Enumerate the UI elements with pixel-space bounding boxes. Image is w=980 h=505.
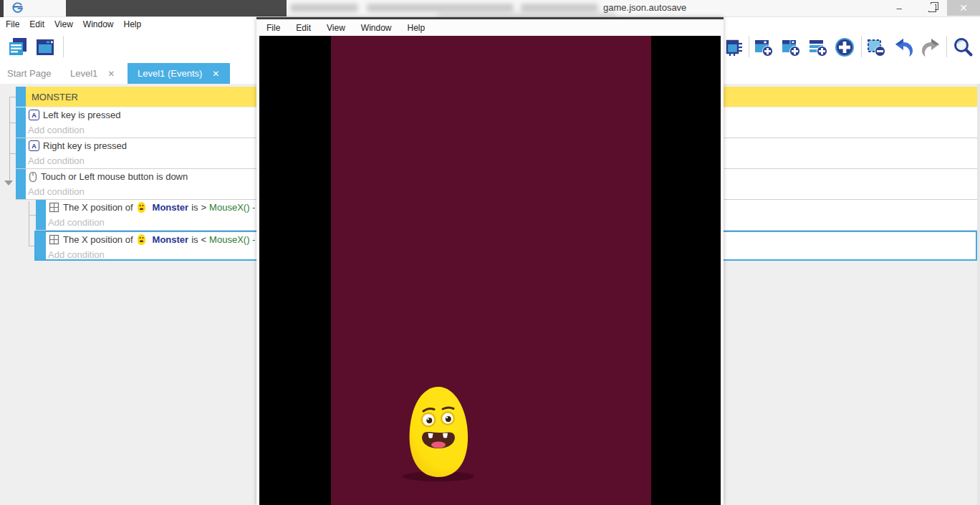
monster-object-icon xyxy=(137,234,146,246)
condition-verb: is xyxy=(191,234,198,245)
project-manager-icon[interactable] xyxy=(7,37,29,58)
menu-window[interactable]: Window xyxy=(361,23,392,33)
event-drag-bar[interactable] xyxy=(16,138,26,168)
event-drag-bar[interactable] xyxy=(16,169,26,199)
menu-help[interactable]: Help xyxy=(408,23,426,33)
tab-level1-events[interactable]: Level1 (Events) ✕ xyxy=(128,63,230,84)
condition-expression: MouseX() - xyxy=(209,234,255,245)
menu-file[interactable]: File xyxy=(266,23,280,33)
tree-guide-tick xyxy=(29,215,36,216)
menu-view[interactable]: View xyxy=(327,23,345,33)
restore-icon xyxy=(928,4,936,12)
event-drag-bar[interactable] xyxy=(36,200,46,230)
redacted-title-block xyxy=(66,0,287,16)
mouse-icon xyxy=(29,171,37,183)
preview-menu-bar: File Edit View Window Help xyxy=(259,19,721,36)
tree-guide-tick xyxy=(9,122,16,123)
tree-guide-tick xyxy=(9,153,16,154)
restore-button[interactable] xyxy=(920,0,944,16)
redacted-text xyxy=(290,4,358,12)
menu-edit[interactable]: Edit xyxy=(29,19,52,29)
add-circle-icon[interactable] xyxy=(834,37,855,58)
window-title: game.json.autosave xyxy=(603,2,686,13)
game-preview-window[interactable]: File Edit View Window Help xyxy=(256,17,724,505)
menu-file[interactable]: File xyxy=(6,19,27,29)
event-drag-bar[interactable] xyxy=(16,107,26,138)
position-icon xyxy=(49,202,59,213)
toolbar-separator xyxy=(749,36,749,57)
search-icon[interactable] xyxy=(953,37,974,57)
redacted-text xyxy=(437,11,616,17)
game-stage xyxy=(331,36,651,505)
tree-guide-tick xyxy=(9,97,16,97)
condition-text: Left key is pressed xyxy=(43,110,120,120)
tree-guide-line xyxy=(29,201,29,246)
tab-label: Start Page xyxy=(7,68,51,79)
toolbar-separator xyxy=(861,36,862,57)
menu-view[interactable]: View xyxy=(54,19,81,29)
object-name: Monster xyxy=(153,234,189,245)
tab-start-page[interactable]: Start Page xyxy=(7,63,51,84)
add-comment-icon[interactable] xyxy=(808,37,828,57)
toolbar-separator xyxy=(946,36,947,57)
gdevelop-app-window: game.json.autosave – ✕ File Edit View Wi… xyxy=(0,0,980,505)
object-name: Monster xyxy=(153,202,189,213)
gdevelop-logo-icon xyxy=(11,2,24,14)
add-sub-event-icon[interactable] xyxy=(781,37,801,57)
tab-level1[interactable]: Level1 ✕ xyxy=(70,63,115,84)
game-canvas[interactable] xyxy=(259,36,721,505)
condition-operator: > xyxy=(201,202,207,213)
add-event-icon[interactable] xyxy=(754,37,774,57)
keyboard-key-icon: A xyxy=(29,140,39,151)
menu-help[interactable]: Help xyxy=(124,19,150,29)
condition-operator: < xyxy=(201,234,207,245)
toolbar-separator xyxy=(63,36,64,57)
tab-close-icon[interactable]: ✕ xyxy=(107,69,115,79)
event-drag-bar[interactable] xyxy=(16,87,26,107)
redo-icon[interactable] xyxy=(920,37,941,57)
event-drag-bar[interactable] xyxy=(36,232,46,259)
condition-text: Right key is pressed xyxy=(43,140,127,151)
delete-event-icon[interactable] xyxy=(866,37,886,57)
keyboard-key-icon: A xyxy=(29,110,39,120)
condition-prefix: The X position of xyxy=(63,234,133,245)
tree-guide-line xyxy=(9,97,10,183)
condition-expression: MouseX() - xyxy=(209,202,255,213)
tab-close-icon[interactable]: ✕ xyxy=(212,69,219,79)
condition-prefix: The X position of xyxy=(63,202,133,213)
debugger-icon[interactable] xyxy=(724,37,744,57)
undo-icon[interactable] xyxy=(893,37,915,57)
monster-character[interactable] xyxy=(405,385,472,479)
close-button[interactable]: ✕ xyxy=(947,0,980,16)
tab-label: Level1 xyxy=(70,68,97,79)
collapse-expander-icon[interactable] xyxy=(4,181,13,186)
menu-window[interactable]: Window xyxy=(83,19,122,29)
minimize-button[interactable]: – xyxy=(887,0,911,16)
tab-label: Level1 (Events) xyxy=(138,68,202,79)
monster-object-icon xyxy=(137,201,146,213)
condition-verb: is xyxy=(191,202,198,213)
scene-editor-icon[interactable] xyxy=(34,37,56,58)
scrollbar-track[interactable] xyxy=(977,84,980,505)
condition-text: Touch or Left mouse button is down xyxy=(41,171,188,182)
menu-edit[interactable]: Edit xyxy=(296,23,311,33)
position-icon xyxy=(49,234,59,245)
